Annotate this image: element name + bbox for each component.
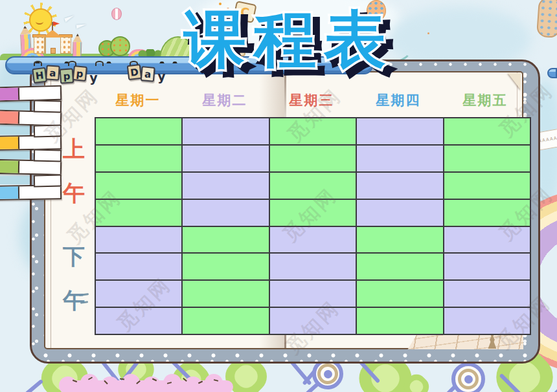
tile-hanger bbox=[34, 61, 42, 66]
bookmark-tab-color bbox=[0, 111, 19, 124]
mini-tab bbox=[34, 149, 62, 162]
schedule-cell[interactable] bbox=[96, 146, 181, 171]
schedule-cell[interactable] bbox=[357, 227, 442, 253]
schedule-cell[interactable] bbox=[444, 308, 530, 334]
mini-tab bbox=[34, 175, 62, 188]
ant-icon bbox=[173, 61, 177, 63]
ant-icon bbox=[107, 61, 111, 63]
purple-line-decor bbox=[21, 379, 43, 392]
schedule-cell[interactable] bbox=[270, 281, 356, 307]
schedule-cell[interactable] bbox=[444, 254, 530, 279]
section-label-afternoon: 下午 bbox=[60, 225, 88, 332]
section-label-char: 午 bbox=[63, 286, 85, 316]
purple-line-decor bbox=[552, 380, 557, 392]
blue-bar-end bbox=[547, 68, 557, 78]
day-header: 星期四 bbox=[355, 88, 442, 113]
schedule-cell[interactable] bbox=[183, 227, 268, 253]
letter-tile: a bbox=[45, 65, 60, 80]
letter-tile: p bbox=[73, 65, 87, 82]
schedule-cell[interactable] bbox=[270, 254, 356, 279]
letter-tile: y bbox=[155, 69, 168, 83]
bookmark-tab bbox=[0, 85, 62, 102]
bookmark-tab-color bbox=[0, 136, 19, 149]
schedule-cell[interactable] bbox=[96, 308, 181, 334]
schedule-grid bbox=[95, 117, 531, 335]
schedule-cell[interactable] bbox=[96, 254, 181, 279]
green-blob-inner bbox=[407, 378, 426, 392]
schedule-cell[interactable] bbox=[183, 173, 268, 199]
schedule-cell[interactable] bbox=[357, 118, 442, 144]
day-header: 星期五 bbox=[442, 88, 529, 113]
day-header-row: 星期一星期二星期三星期四星期五 bbox=[95, 88, 529, 113]
confetti-dot bbox=[427, 32, 429, 34]
schedule-cell[interactable] bbox=[270, 118, 356, 144]
schedule-cell[interactable] bbox=[357, 254, 442, 279]
day-header: 星期三 bbox=[268, 88, 355, 113]
schedule-cell[interactable] bbox=[270, 227, 356, 253]
letter-tile: D bbox=[127, 64, 142, 80]
letter-tile: p bbox=[60, 68, 74, 83]
schedule-cell[interactable] bbox=[96, 281, 181, 307]
mini-tab bbox=[34, 100, 62, 113]
bookmark-tab-color bbox=[0, 160, 19, 173]
mini-tab bbox=[34, 125, 62, 138]
schedule-cell[interactable] bbox=[270, 173, 356, 199]
schedule-cell[interactable] bbox=[183, 308, 268, 334]
schedule-cell[interactable] bbox=[357, 281, 442, 307]
schedule-cell[interactable] bbox=[270, 146, 356, 171]
schedule-cell[interactable] bbox=[96, 200, 181, 226]
schedule-cell[interactable] bbox=[357, 308, 442, 334]
letter-tile: y bbox=[87, 70, 100, 85]
schedule-cell[interactable] bbox=[270, 308, 356, 334]
schedule-cell[interactable] bbox=[270, 200, 356, 226]
schedule-cell[interactable] bbox=[444, 146, 530, 171]
section-label-morning: 上午 bbox=[60, 117, 88, 225]
schedule-cell[interactable] bbox=[357, 173, 442, 199]
schedule-cell[interactable] bbox=[183, 281, 268, 307]
paper-plane-icon bbox=[76, 24, 87, 28]
circle-motif-decor bbox=[451, 362, 485, 392]
schedule-cell[interactable] bbox=[444, 118, 530, 144]
ant-icon bbox=[160, 61, 164, 63]
schedule-cell[interactable] bbox=[357, 200, 442, 226]
schedule-cell[interactable] bbox=[357, 146, 442, 171]
day-header: 星期二 bbox=[181, 88, 268, 113]
bookmark-tab-color bbox=[0, 186, 19, 199]
paper-plane-icon bbox=[64, 16, 75, 23]
happy-day-banner: HappyDay bbox=[32, 65, 168, 80]
green-blob-inner bbox=[231, 361, 262, 392]
day-header: 星期一 bbox=[95, 88, 181, 113]
page-title: 课程表 课程表 bbox=[177, 0, 398, 85]
schedule-cell[interactable] bbox=[183, 146, 268, 171]
class-schedule-poster: AAAAA C f 课程表 课程表 bbox=[0, 0, 557, 392]
page-title-text: 课程表 bbox=[183, 3, 394, 76]
letter-tile: H bbox=[32, 67, 47, 83]
bookmark-tab bbox=[0, 184, 62, 200]
pink-scallop-decor bbox=[60, 380, 233, 392]
section-label-char: 下 bbox=[63, 242, 85, 272]
schedule-cell[interactable] bbox=[183, 118, 268, 144]
schedule-cell[interactable] bbox=[444, 281, 530, 307]
section-label-char: 午 bbox=[63, 179, 85, 208]
schedule-cell[interactable] bbox=[444, 200, 530, 226]
sun-smile bbox=[36, 19, 43, 25]
schedule-cell[interactable] bbox=[444, 227, 530, 253]
schedule-cell[interactable] bbox=[444, 173, 530, 199]
hot-air-balloon-icon bbox=[111, 8, 122, 20]
section-label-char: 上 bbox=[63, 135, 85, 164]
dotted-tree-icon bbox=[536, 0, 557, 38]
schedule-cell[interactable] bbox=[96, 118, 181, 144]
tile-hanger bbox=[95, 61, 104, 66]
schedule-cell[interactable] bbox=[96, 227, 181, 253]
school-icon bbox=[34, 26, 71, 60]
schedule-cell[interactable] bbox=[96, 173, 181, 199]
schedule-cell[interactable] bbox=[183, 200, 268, 226]
letter-tile: a bbox=[141, 66, 155, 82]
bookmark-tab-color bbox=[0, 87, 19, 100]
schedule-cell[interactable] bbox=[183, 254, 268, 279]
